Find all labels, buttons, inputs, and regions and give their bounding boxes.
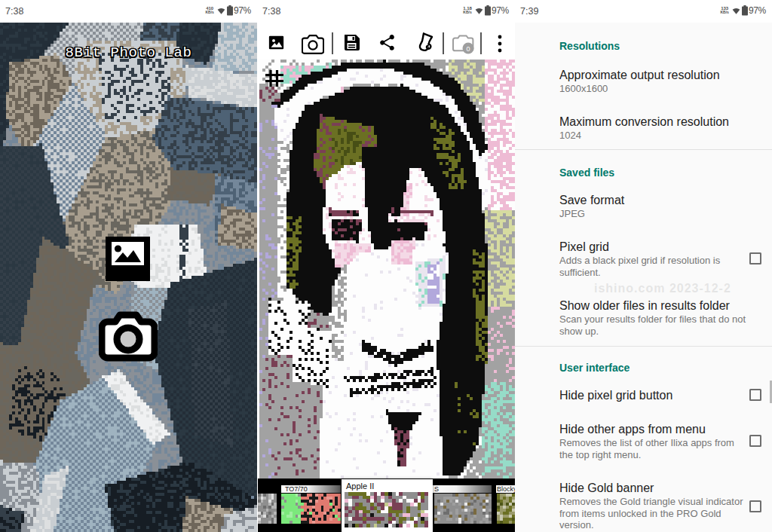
svg-text:0: 0 <box>466 45 470 53</box>
